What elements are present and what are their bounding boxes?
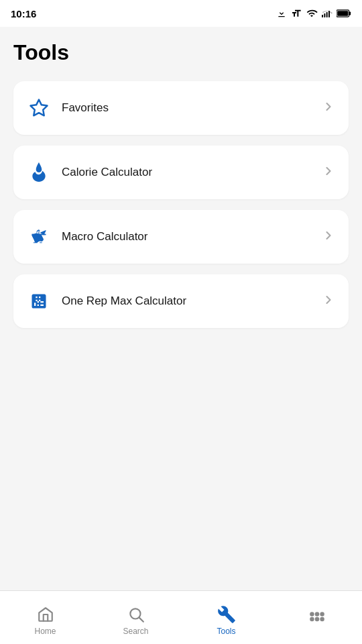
calorie-calculator-label: Calorie Calculator bbox=[62, 166, 152, 179]
favorites-card-left: Favorites bbox=[27, 96, 109, 120]
favorites-card[interactable]: Favorites bbox=[13, 81, 349, 135]
scale-icon bbox=[27, 225, 51, 249]
more-icon bbox=[308, 610, 326, 629]
svg-point-18 bbox=[320, 617, 323, 620]
tools-nav-icon bbox=[217, 605, 236, 624]
one-rep-max-card-left: One Rep Max Calculator bbox=[27, 289, 186, 313]
nav-search-label: Search bbox=[123, 627, 148, 636]
one-rep-max-calculator-card[interactable]: One Rep Max Calculator bbox=[13, 274, 349, 328]
svg-rect-0 bbox=[322, 15, 323, 17]
signal-icon bbox=[322, 8, 333, 19]
svg-rect-1 bbox=[324, 13, 325, 17]
svg-rect-2 bbox=[326, 12, 328, 17]
favorites-chevron-icon bbox=[322, 100, 335, 117]
home-icon bbox=[36, 605, 55, 624]
svg-marker-7 bbox=[31, 100, 48, 116]
status-time: 10:16 bbox=[11, 8, 36, 19]
download-icon bbox=[276, 8, 287, 19]
calorie-calculator-chevron-icon bbox=[322, 164, 335, 181]
nav-home-label: Home bbox=[34, 627, 56, 636]
calorie-calculator-card-left: Calorie Calculator bbox=[27, 160, 152, 184]
macro-calculator-card[interactable]: Macro Calculator bbox=[13, 210, 349, 264]
nav-item-search[interactable]: Search bbox=[90, 600, 181, 636]
star-icon bbox=[27, 96, 51, 120]
status-icons bbox=[276, 8, 351, 19]
font-icon bbox=[291, 8, 302, 19]
svg-point-14 bbox=[315, 612, 318, 615]
svg-rect-3 bbox=[328, 11, 330, 17]
main-content: Tools Favorites Calorie Calculator bbox=[0, 27, 362, 590]
battery-icon bbox=[337, 9, 351, 18]
grid-calc-icon bbox=[27, 289, 51, 313]
favorites-label: Favorites bbox=[62, 101, 109, 115]
svg-rect-5 bbox=[349, 11, 351, 15]
one-rep-max-chevron-icon bbox=[322, 293, 335, 310]
svg-point-15 bbox=[320, 612, 323, 615]
nav-tools-label: Tools bbox=[217, 627, 235, 636]
nav-item-tools[interactable]: Tools bbox=[181, 600, 272, 636]
macro-calculator-chevron-icon bbox=[322, 229, 335, 246]
search-icon bbox=[127, 605, 145, 624]
flame-icon bbox=[27, 160, 51, 184]
bottom-nav: Home Search Tools bbox=[0, 590, 362, 644]
svg-line-12 bbox=[139, 617, 143, 621]
svg-point-17 bbox=[315, 617, 318, 620]
calorie-calculator-card[interactable]: Calorie Calculator bbox=[13, 146, 349, 199]
wifi-icon bbox=[306, 8, 318, 19]
page-title: Tools bbox=[13, 40, 349, 65]
status-bar: 10:16 bbox=[0, 0, 362, 27]
one-rep-max-calculator-label: One Rep Max Calculator bbox=[62, 294, 186, 308]
nav-item-home[interactable]: Home bbox=[0, 600, 90, 636]
macro-calculator-label: Macro Calculator bbox=[62, 230, 148, 244]
svg-point-13 bbox=[310, 612, 313, 615]
svg-point-16 bbox=[310, 617, 313, 620]
svg-rect-6 bbox=[337, 11, 348, 16]
macro-calculator-card-left: Macro Calculator bbox=[27, 225, 148, 249]
nav-item-more[interactable] bbox=[272, 604, 362, 631]
